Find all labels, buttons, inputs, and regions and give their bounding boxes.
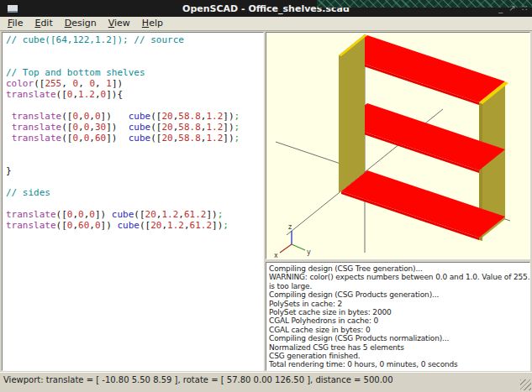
console-line: Normalized CSG tree has 5 elements: [269, 343, 529, 352]
console-line: CGAL Polyhedrons in cache: 0: [269, 316, 529, 325]
close-icon[interactable]: ∷: [522, 4, 527, 13]
menu-item-help[interactable]: Help: [139, 17, 166, 30]
window-icon: [8, 5, 18, 13]
code-line: translate([0,60,0]) cube([20,1.2,61.2]);: [6, 220, 263, 231]
viewport-status-text: Viewport: translate = [ -10.80 5.50 8.59…: [3, 375, 393, 384]
console-line: is too large.: [269, 282, 529, 290]
console-line: PolySets in cache: 2: [269, 300, 529, 308]
code-line: // cube([64,122,1.2]); // source: [6, 34, 263, 45]
console-line: WARNING: color() expects numbers between…: [269, 273, 529, 281]
shelf-model: [339, 34, 508, 241]
axis-label-x: x: [274, 252, 278, 259]
console-line: Compiling design (CSG Tree generation)..…: [269, 264, 529, 273]
code-line: [6, 176, 263, 187]
console-line: Compiling design (CSG Products normaliza…: [269, 334, 529, 342]
minimize-icon[interactable]: _: [498, 4, 503, 13]
code-line: [6, 198, 263, 209]
code-line: translate([0,0,30]) cube([20,58.8,1.2]);: [6, 122, 263, 133]
axis-indicator: z x y: [274, 223, 311, 259]
code-line: [6, 144, 263, 154]
console-line: PolySet cache size in bytes: 2000: [269, 308, 529, 316]
code-line: translate([0,1.2,0]){: [6, 89, 263, 100]
code-line: [6, 100, 263, 111]
menu-item-design[interactable]: Design: [61, 17, 100, 30]
code-line: }: [6, 165, 263, 176]
code-line: translate([0,0,60]) cube([20,58.8,1.2]);: [6, 133, 263, 144]
resize-grip-icon[interactable]: [520, 379, 531, 390]
maximize-icon[interactable]: ↗: [508, 4, 515, 13]
code-text: // cube([64,122,1.2]); // source // Top …: [3, 33, 263, 231]
code-line: [6, 45, 263, 56]
menu-item-view[interactable]: View: [105, 17, 134, 30]
console-line: Total rendering time: 0 hours, 0 minutes…: [269, 360, 529, 368]
code-line: translate([0,0,0]) cube([20,58.8,1.2]);: [6, 111, 263, 122]
menu-bar: FileEditDesignViewHelp: [0, 17, 532, 31]
code-line: // Top and bottom shelves: [6, 67, 263, 78]
axis-label-y: y: [307, 248, 311, 256]
code-line: // sides: [6, 187, 263, 198]
code-editor[interactable]: // cube([64,122,1.2]); // source // Top …: [2, 32, 264, 371]
axis-label-z: z: [288, 223, 292, 231]
console-line: CGAL cache size in bytes: 0: [269, 326, 529, 334]
code-line: translate([0,0,0]) cube([20,1.2,61.2]);: [6, 209, 263, 220]
console-line: CSG generation finished.: [269, 352, 529, 360]
code-line: color([255, 0, 0, 1]): [6, 78, 263, 89]
axis-indicator-x-arm: [280, 244, 292, 253]
render-canvas: z x y: [266, 33, 529, 259]
code-line: [6, 56, 263, 67]
left-panel-face: [339, 34, 365, 193]
top-shelf-top: [341, 35, 505, 102]
console-line: Compiling design (CSG Products generatio…: [269, 290, 529, 299]
console-log[interactable]: Compiling design (CSG Tree generation)..…: [266, 262, 530, 371]
menu-item-file[interactable]: File: [4, 17, 26, 30]
menu-item-edit[interactable]: Edit: [31, 17, 55, 30]
render-viewport[interactable]: z x y: [266, 32, 530, 259]
axis-indicator-y-arm: [292, 244, 305, 250]
code-line: [6, 154, 263, 165]
status-bar: Viewport: translate = [ -10.80 5.50 8.59…: [0, 372, 532, 392]
